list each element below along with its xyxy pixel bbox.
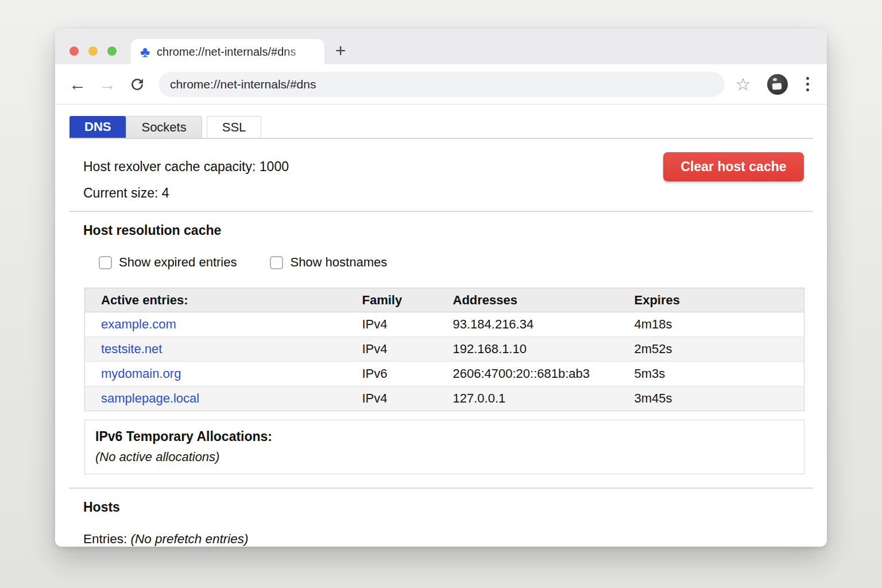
dns-cache-table: Active entries: Family Addresses Expires… bbox=[84, 288, 804, 411]
reload-icon[interactable] bbox=[127, 76, 147, 93]
tab-strip: ♣ chrome://net-internals/#dns + bbox=[55, 29, 827, 64]
show-expired-entries-checkbox[interactable] bbox=[99, 256, 112, 269]
address-bar[interactable]: chrome://net-internals/#dns bbox=[158, 72, 725, 97]
header-active-entries: Active entries: bbox=[85, 288, 362, 312]
hosts-entries-prefix: Entries: bbox=[83, 532, 131, 546]
ipv6-allocations-body: (No active allocations) bbox=[95, 450, 794, 465]
address-cell: 192.168.1.10 bbox=[453, 337, 635, 362]
expires-cell: 5m3s bbox=[635, 362, 804, 386]
host-link[interactable]: testsite.net bbox=[101, 342, 162, 356]
ipv6-allocations-box: IPv6 Temporary Allocations: (No active a… bbox=[84, 420, 804, 474]
family-cell: IPv4 bbox=[362, 312, 453, 337]
bookmark-star-icon[interactable]: ☆ bbox=[733, 74, 753, 94]
family-cell: IPv4 bbox=[362, 386, 453, 411]
show-hostnames-checkbox[interactable] bbox=[270, 256, 283, 269]
zoom-window-button[interactable] bbox=[107, 47, 117, 56]
filter-checkbox-row: Show expired entries Show hostnames bbox=[99, 255, 813, 270]
browser-tab[interactable]: ♣ chrome://net-internals/#dns bbox=[131, 39, 324, 64]
header-addresses: Addresses bbox=[453, 288, 635, 312]
address-cell: 127.0.0.1 bbox=[453, 386, 635, 411]
tab-favicon-clover-icon: ♣ bbox=[140, 44, 150, 59]
traffic-lights bbox=[69, 47, 117, 56]
address-cell: 93.184.216.34 bbox=[453, 312, 635, 337]
cache-current-size-text: Current size: 4 bbox=[83, 185, 289, 201]
menu-kebab-icon[interactable] bbox=[800, 77, 814, 91]
show-hostnames-label: Show hostnames bbox=[290, 255, 387, 270]
expires-cell: 3m45s bbox=[635, 386, 804, 411]
close-window-button[interactable] bbox=[69, 47, 79, 56]
forward-icon: → bbox=[98, 76, 117, 93]
back-icon[interactable]: ← bbox=[68, 76, 87, 93]
profile-avatar-icon[interactable] bbox=[767, 74, 788, 95]
table-row: testsite.net IPv4 192.168.1.10 2m52s bbox=[85, 337, 804, 362]
cache-info-row: Host rexolver cache capacity: 1000 Curre… bbox=[69, 152, 813, 201]
expires-cell: 4m18s bbox=[635, 312, 804, 337]
family-cell: IPv4 bbox=[362, 337, 453, 362]
family-cell: IPv6 bbox=[362, 362, 453, 386]
tab-sockets[interactable]: Sockets bbox=[126, 116, 202, 138]
address-url[interactable]: chrome://net-internals/#dns bbox=[170, 78, 316, 91]
tab-dns[interactable]: DNS bbox=[69, 116, 126, 138]
cache-capacity-text: Host rexolver cache capacity: 1000 bbox=[83, 159, 289, 175]
divider bbox=[69, 488, 813, 489]
new-tab-button[interactable]: + bbox=[331, 41, 350, 61]
table-row: mydomain.org IPv6 2606:4700:20::681b:ab3… bbox=[85, 362, 804, 386]
hosts-section-title: Hosts bbox=[83, 500, 813, 515]
page-tabs: DNS Sockets SSL bbox=[69, 116, 813, 139]
browser-toolbar: ← → chrome://net-internals/#dns ☆ bbox=[55, 64, 827, 105]
tab-ssl[interactable]: SSL bbox=[207, 116, 262, 138]
address-cell: 2606:4700:20::681b:ab3 bbox=[453, 362, 635, 386]
ipv6-allocations-title: IPv6 Temporary Allocations: bbox=[95, 429, 794, 444]
hosts-entries-line: Entries: (No prefetch entries) bbox=[83, 532, 813, 547]
table-row: samplepage.local IPv4 127.0.0.1 3m45s bbox=[85, 386, 804, 411]
host-link[interactable]: samplepage.local bbox=[101, 391, 199, 405]
clear-host-cache-button[interactable]: Clear host cache bbox=[663, 152, 804, 181]
host-link[interactable]: example.com bbox=[101, 317, 176, 331]
expires-cell: 2m52s bbox=[635, 337, 804, 362]
table-row: example.com IPv4 93.184.216.34 4m18s bbox=[85, 312, 804, 337]
divider bbox=[69, 211, 813, 212]
tab-title: chrome://net-internals/#dns bbox=[157, 45, 315, 59]
header-expires: Expires bbox=[635, 288, 804, 312]
net-internals-page: DNS Sockets SSL Host rexolver cache capa… bbox=[55, 105, 827, 546]
host-resolution-cache-title: Host resolution cache bbox=[83, 223, 813, 238]
minimize-window-button[interactable] bbox=[88, 47, 98, 56]
host-link[interactable]: mydomain.org bbox=[101, 366, 181, 381]
cache-info-text: Host rexolver cache capacity: 1000 Curre… bbox=[83, 152, 289, 201]
show-expired-entries-label: Show expired entries bbox=[119, 255, 237, 270]
hosts-entries-value: (No prefetch entries) bbox=[131, 532, 249, 546]
table-header-row: Active entries: Family Addresses Expires bbox=[85, 288, 804, 312]
browser-window: ♣ chrome://net-internals/#dns + ← → chro… bbox=[55, 29, 827, 547]
header-family: Family bbox=[362, 288, 453, 312]
